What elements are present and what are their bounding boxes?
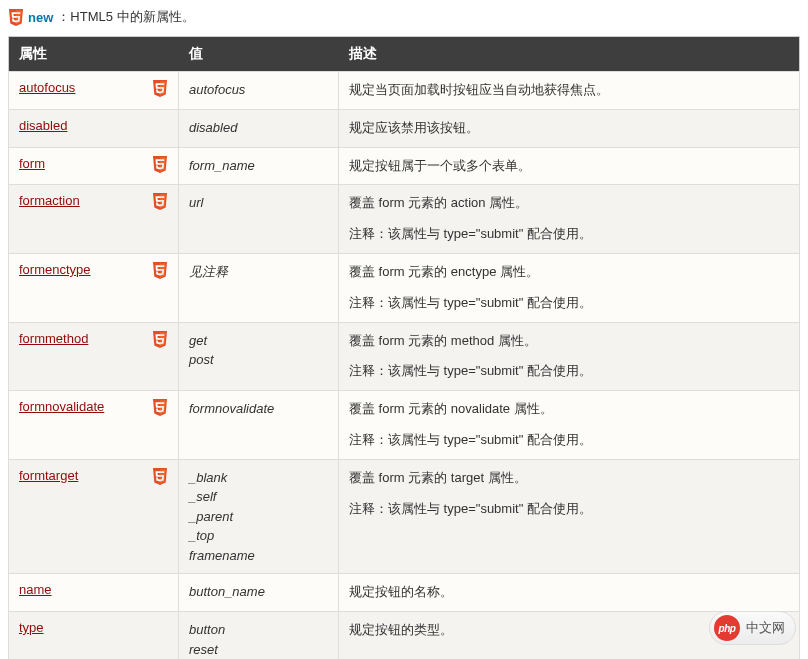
- header-desc: 描述: [339, 37, 800, 72]
- value-text: _blank: [189, 468, 328, 488]
- html5-badge-icon: [152, 193, 168, 210]
- value-text: _top: [189, 526, 328, 546]
- table-row: typebuttonresetsubmit规定按钮的类型。: [9, 612, 800, 659]
- desc-text: 注释：该属性与 type="submit" 配合使用。: [349, 224, 789, 245]
- watermark-text: 中文网: [746, 619, 785, 637]
- desc-text: 规定按钮属于一个或多个表单。: [349, 156, 789, 177]
- attr-link-name[interactable]: name: [19, 582, 52, 597]
- value-text: button: [189, 620, 328, 640]
- watermark-logo-icon: php: [714, 615, 740, 641]
- value-text: autofocus: [189, 80, 328, 100]
- table-row: formform_name规定按钮属于一个或多个表单。: [9, 147, 800, 185]
- desc-text: 注释：该属性与 type="submit" 配合使用。: [349, 430, 789, 451]
- value-text: form_name: [189, 156, 328, 176]
- html5-badge-icon: [152, 468, 168, 485]
- value-text: _self: [189, 487, 328, 507]
- value-text: url: [189, 193, 328, 213]
- html5-badge-icon: [8, 9, 24, 26]
- attr-link-formmethod[interactable]: formmethod: [19, 331, 88, 346]
- attr-link-formtarget[interactable]: formtarget: [19, 468, 78, 483]
- desc-text: 覆盖 form 元素的 method 属性。: [349, 331, 789, 352]
- header-attr: 属性: [9, 37, 179, 72]
- attr-link-formaction[interactable]: formaction: [19, 193, 80, 208]
- html5-badge-icon: [152, 262, 168, 279]
- desc-text: 规定当页面加载时按钮应当自动地获得焦点。: [349, 80, 789, 101]
- watermark-badge: php 中文网: [709, 611, 796, 645]
- html5-badge-icon: [152, 80, 168, 97]
- value-text: post: [189, 350, 328, 370]
- table-row: formnovalidateformnovalidate覆盖 form 元素的 …: [9, 391, 800, 460]
- desc-text: 覆盖 form 元素的 enctype 属性。: [349, 262, 789, 283]
- attr-link-autofocus[interactable]: autofocus: [19, 80, 75, 95]
- desc-text: 注释：该属性与 type="submit" 配合使用。: [349, 361, 789, 382]
- new-description: ：HTML5 中的新属性。: [57, 8, 194, 26]
- desc-text: 覆盖 form 元素的 action 属性。: [349, 193, 789, 214]
- table-row: formmethodgetpost覆盖 form 元素的 method 属性。注…: [9, 322, 800, 391]
- desc-text: 规定应该禁用该按钮。: [349, 118, 789, 139]
- value-text: get: [189, 331, 328, 351]
- desc-text: 注释：该属性与 type="submit" 配合使用。: [349, 293, 789, 314]
- value-text: framename: [189, 546, 328, 566]
- value-text: formnovalidate: [189, 399, 328, 419]
- attr-link-form[interactable]: form: [19, 156, 45, 171]
- value-text: _parent: [189, 507, 328, 527]
- table-row: formactionurl覆盖 form 元素的 action 属性。注释：该属…: [9, 185, 800, 254]
- html5-badge-icon: [152, 331, 168, 348]
- desc-text: 规定按钮的名称。: [349, 582, 789, 603]
- header-val: 值: [179, 37, 339, 72]
- html5-new-note: new ：HTML5 中的新属性。: [8, 8, 800, 26]
- new-label: new: [28, 10, 53, 25]
- value-text: 见注释: [189, 262, 328, 282]
- attr-link-disabled[interactable]: disabled: [19, 118, 67, 133]
- value-text: reset: [189, 640, 328, 659]
- html5-badge-icon: [152, 156, 168, 173]
- attributes-table: 属性 值 描述 autofocusautofocus规定当页面加载时按钮应当自动…: [8, 36, 800, 659]
- value-text: disabled: [189, 118, 328, 138]
- table-row: formenctype见注释覆盖 form 元素的 enctype 属性。注释：…: [9, 253, 800, 322]
- attr-link-formenctype[interactable]: formenctype: [19, 262, 91, 277]
- table-row: namebutton_name规定按钮的名称。: [9, 574, 800, 612]
- attr-link-type[interactable]: type: [19, 620, 44, 635]
- table-row: formtarget_blank_self_parent_topframenam…: [9, 459, 800, 574]
- value-text: button_name: [189, 582, 328, 602]
- attr-link-formnovalidate[interactable]: formnovalidate: [19, 399, 104, 414]
- html5-badge-icon: [152, 399, 168, 416]
- desc-text: 覆盖 form 元素的 novalidate 属性。: [349, 399, 789, 420]
- desc-text: 注释：该属性与 type="submit" 配合使用。: [349, 499, 789, 520]
- table-row: autofocusautofocus规定当页面加载时按钮应当自动地获得焦点。: [9, 72, 800, 110]
- table-row: disableddisabled规定应该禁用该按钮。: [9, 109, 800, 147]
- desc-text: 覆盖 form 元素的 target 属性。: [349, 468, 789, 489]
